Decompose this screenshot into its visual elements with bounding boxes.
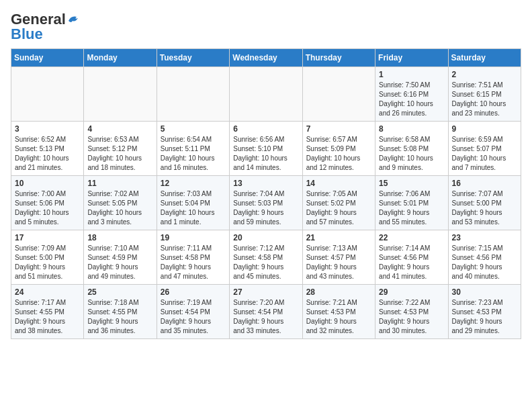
calendar-cell: 16Sunrise: 7:07 AM Sunset: 5:00 PM Dayli… bbox=[448, 176, 521, 230]
day-number: 13 bbox=[233, 179, 298, 188]
day-info: Sunrise: 6:59 AM Sunset: 5:07 PM Dayligh… bbox=[452, 135, 517, 173]
calendar-cell: 1Sunrise: 7:50 AM Sunset: 6:16 PM Daylig… bbox=[375, 67, 448, 122]
day-info: Sunrise: 7:17 AM Sunset: 4:55 PM Dayligh… bbox=[15, 298, 80, 336]
day-info: Sunrise: 7:15 AM Sunset: 4:56 PM Dayligh… bbox=[452, 244, 517, 281]
day-info: Sunrise: 7:23 AM Sunset: 4:53 PM Dayligh… bbox=[452, 298, 517, 336]
calendar-cell bbox=[84, 67, 157, 122]
day-info: Sunrise: 7:03 AM Sunset: 5:04 PM Dayligh… bbox=[161, 189, 226, 227]
day-info: Sunrise: 7:13 AM Sunset: 4:57 PM Dayligh… bbox=[306, 244, 371, 281]
day-number: 15 bbox=[379, 179, 444, 188]
day-number: 12 bbox=[161, 179, 226, 188]
day-info: Sunrise: 7:00 AM Sunset: 5:06 PM Dayligh… bbox=[15, 189, 80, 227]
day-number: 4 bbox=[87, 124, 152, 134]
day-number: 9 bbox=[452, 124, 517, 134]
calendar-cell: 3Sunrise: 6:52 AM Sunset: 5:13 PM Daylig… bbox=[11, 122, 84, 176]
calendar-cell: 27Sunrise: 7:20 AM Sunset: 4:54 PM Dayli… bbox=[230, 285, 302, 339]
day-info: Sunrise: 7:09 AM Sunset: 5:00 PM Dayligh… bbox=[15, 244, 80, 281]
day-number: 20 bbox=[233, 233, 298, 242]
day-number: 6 bbox=[233, 124, 298, 134]
calendar-cell: 26Sunrise: 7:19 AM Sunset: 4:54 PM Dayli… bbox=[157, 285, 229, 339]
day-info: Sunrise: 7:12 AM Sunset: 4:58 PM Dayligh… bbox=[233, 244, 298, 281]
calendar-cell: 8Sunrise: 6:58 AM Sunset: 5:08 PM Daylig… bbox=[375, 122, 448, 176]
day-info: Sunrise: 6:57 AM Sunset: 5:09 PM Dayligh… bbox=[306, 135, 371, 173]
calendar-cell: 21Sunrise: 7:13 AM Sunset: 4:57 PM Dayli… bbox=[302, 230, 375, 285]
calendar-cell bbox=[302, 67, 375, 122]
logo: General Blue bbox=[11, 11, 79, 43]
day-number: 29 bbox=[379, 287, 444, 297]
weekday-header-wednesday: Wednesday bbox=[230, 49, 302, 67]
day-info: Sunrise: 6:58 AM Sunset: 5:08 PM Dayligh… bbox=[379, 135, 444, 173]
calendar-cell: 20Sunrise: 7:12 AM Sunset: 4:58 PM Dayli… bbox=[230, 230, 302, 285]
calendar-cell: 15Sunrise: 7:06 AM Sunset: 5:01 PM Dayli… bbox=[375, 176, 448, 230]
calendar-cell: 11Sunrise: 7:02 AM Sunset: 5:05 PM Dayli… bbox=[84, 176, 157, 230]
day-number: 7 bbox=[306, 124, 371, 134]
calendar-cell: 18Sunrise: 7:10 AM Sunset: 4:59 PM Dayli… bbox=[84, 230, 157, 285]
calendar-week-row: 17Sunrise: 7:09 AM Sunset: 5:00 PM Dayli… bbox=[11, 230, 521, 285]
day-number: 21 bbox=[306, 233, 371, 242]
calendar-cell: 7Sunrise: 6:57 AM Sunset: 5:09 PM Daylig… bbox=[302, 122, 375, 176]
day-info: Sunrise: 7:04 AM Sunset: 5:03 PM Dayligh… bbox=[233, 189, 298, 227]
weekday-header-monday: Monday bbox=[84, 49, 157, 67]
day-number: 5 bbox=[161, 124, 226, 134]
calendar-table: SundayMondayTuesdayWednesdayThursdayFrid… bbox=[11, 48, 521, 339]
calendar-cell bbox=[11, 67, 84, 122]
day-number: 1 bbox=[379, 70, 444, 79]
day-info: Sunrise: 6:52 AM Sunset: 5:13 PM Dayligh… bbox=[15, 135, 80, 173]
logo-bird-icon bbox=[67, 14, 79, 24]
calendar-week-row: 1Sunrise: 7:50 AM Sunset: 6:16 PM Daylig… bbox=[11, 67, 521, 122]
weekday-header-sunday: Sunday bbox=[11, 49, 84, 67]
day-info: Sunrise: 7:21 AM Sunset: 4:53 PM Dayligh… bbox=[306, 298, 371, 336]
day-info: Sunrise: 6:53 AM Sunset: 5:12 PM Dayligh… bbox=[87, 135, 152, 173]
day-number: 23 bbox=[452, 233, 517, 242]
calendar-cell: 25Sunrise: 7:18 AM Sunset: 4:55 PM Dayli… bbox=[84, 285, 157, 339]
day-number: 18 bbox=[87, 233, 152, 242]
day-number: 11 bbox=[87, 179, 152, 188]
day-info: Sunrise: 7:05 AM Sunset: 5:02 PM Dayligh… bbox=[306, 189, 371, 227]
weekday-header-saturday: Saturday bbox=[448, 49, 521, 67]
day-number: 14 bbox=[306, 179, 371, 188]
day-number: 3 bbox=[15, 124, 80, 134]
day-info: Sunrise: 7:22 AM Sunset: 4:53 PM Dayligh… bbox=[379, 298, 444, 336]
calendar-cell: 19Sunrise: 7:11 AM Sunset: 4:58 PM Dayli… bbox=[157, 230, 229, 285]
day-number: 8 bbox=[379, 124, 444, 134]
day-info: Sunrise: 7:20 AM Sunset: 4:54 PM Dayligh… bbox=[233, 298, 298, 336]
day-info: Sunrise: 7:14 AM Sunset: 4:56 PM Dayligh… bbox=[379, 244, 444, 281]
day-number: 25 bbox=[87, 287, 152, 297]
day-info: Sunrise: 7:07 AM Sunset: 5:00 PM Dayligh… bbox=[452, 189, 517, 227]
day-number: 16 bbox=[452, 179, 517, 188]
calendar-week-row: 24Sunrise: 7:17 AM Sunset: 4:55 PM Dayli… bbox=[11, 285, 521, 339]
weekday-header-tuesday: Tuesday bbox=[157, 49, 229, 67]
day-number: 19 bbox=[161, 233, 226, 242]
day-number: 30 bbox=[452, 287, 517, 297]
day-info: Sunrise: 7:51 AM Sunset: 6:15 PM Dayligh… bbox=[452, 81, 517, 118]
calendar-cell: 12Sunrise: 7:03 AM Sunset: 5:04 PM Dayli… bbox=[157, 176, 229, 230]
calendar-cell: 24Sunrise: 7:17 AM Sunset: 4:55 PM Dayli… bbox=[11, 285, 84, 339]
day-number: 10 bbox=[15, 179, 80, 188]
calendar-cell: 30Sunrise: 7:23 AM Sunset: 4:53 PM Dayli… bbox=[448, 285, 521, 339]
calendar-cell: 28Sunrise: 7:21 AM Sunset: 4:53 PM Dayli… bbox=[302, 285, 375, 339]
day-info: Sunrise: 7:18 AM Sunset: 4:55 PM Dayligh… bbox=[87, 298, 152, 336]
calendar-cell: 10Sunrise: 7:00 AM Sunset: 5:06 PM Dayli… bbox=[11, 176, 84, 230]
calendar-cell: 29Sunrise: 7:22 AM Sunset: 4:53 PM Dayli… bbox=[375, 285, 448, 339]
calendar-cell: 23Sunrise: 7:15 AM Sunset: 4:56 PM Dayli… bbox=[448, 230, 521, 285]
calendar-cell: 14Sunrise: 7:05 AM Sunset: 5:02 PM Dayli… bbox=[302, 176, 375, 230]
day-number: 26 bbox=[161, 287, 226, 297]
calendar-cell: 22Sunrise: 7:14 AM Sunset: 4:56 PM Dayli… bbox=[375, 230, 448, 285]
calendar-cell: 9Sunrise: 6:59 AM Sunset: 5:07 PM Daylig… bbox=[448, 122, 521, 176]
day-number: 22 bbox=[379, 233, 444, 242]
calendar-cell: 17Sunrise: 7:09 AM Sunset: 5:00 PM Dayli… bbox=[11, 230, 84, 285]
calendar-cell: 2Sunrise: 7:51 AM Sunset: 6:15 PM Daylig… bbox=[448, 67, 521, 122]
calendar-cell: 13Sunrise: 7:04 AM Sunset: 5:03 PM Dayli… bbox=[230, 176, 302, 230]
day-number: 28 bbox=[306, 287, 371, 297]
calendar-week-row: 10Sunrise: 7:00 AM Sunset: 5:06 PM Dayli… bbox=[11, 176, 521, 230]
calendar-cell: 5Sunrise: 6:54 AM Sunset: 5:11 PM Daylig… bbox=[157, 122, 229, 176]
weekday-header-friday: Friday bbox=[375, 49, 448, 67]
day-number: 24 bbox=[15, 287, 80, 297]
day-info: Sunrise: 7:11 AM Sunset: 4:58 PM Dayligh… bbox=[161, 244, 226, 281]
day-info: Sunrise: 7:06 AM Sunset: 5:01 PM Dayligh… bbox=[379, 189, 444, 227]
page-header: General Blue bbox=[11, 11, 521, 43]
day-info: Sunrise: 7:02 AM Sunset: 5:05 PM Dayligh… bbox=[87, 189, 152, 227]
weekday-header-thursday: Thursday bbox=[302, 49, 375, 67]
calendar-week-row: 3Sunrise: 6:52 AM Sunset: 5:13 PM Daylig… bbox=[11, 122, 521, 176]
logo-blue: Blue bbox=[11, 26, 43, 43]
